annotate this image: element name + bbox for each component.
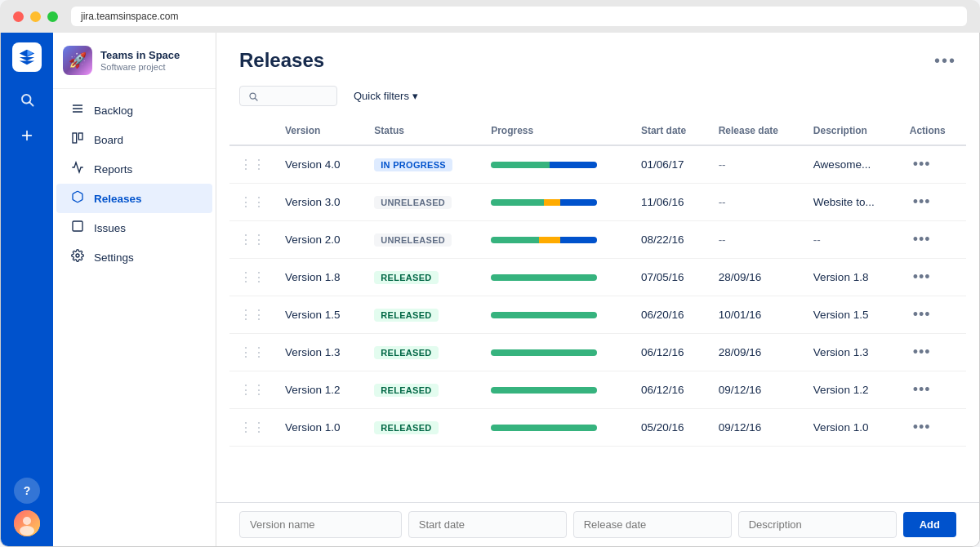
app-container: ? 🚀 Teams in Space Software project — [0, 33, 980, 547]
drag-handle[interactable]: ⋮⋮ — [229, 221, 275, 259]
project-info: Teams in Space Software project — [100, 49, 180, 73]
row-actions-button[interactable]: ••• — [910, 417, 934, 438]
sidebar-item-label-backlog: Backlog — [94, 105, 133, 117]
search-icon — [248, 91, 258, 102]
progress-blue — [560, 199, 598, 206]
progress-cell — [481, 409, 631, 447]
description: Version 1.2 — [804, 371, 900, 409]
description-input[interactable] — [738, 511, 897, 538]
help-button[interactable]: ? — [14, 478, 40, 504]
drag-handle[interactable]: ⋮⋮ — [229, 371, 275, 409]
add-button[interactable]: Add — [903, 512, 956, 537]
sidebar-item-settings[interactable]: Settings — [56, 242, 212, 272]
release-date: 28/09/16 — [709, 334, 804, 371]
sidebar-item-issues[interactable]: Issues — [56, 213, 212, 242]
release-date-input[interactable] — [573, 511, 732, 538]
row-actions-button[interactable]: ••• — [910, 154, 934, 175]
version-name-input[interactable] — [239, 511, 402, 538]
col-status: Status — [364, 117, 481, 145]
progress-green — [491, 199, 544, 206]
search-input[interactable] — [263, 90, 328, 102]
releases-icon — [69, 190, 86, 207]
actions-cell: ••• — [900, 409, 966, 447]
svg-rect-12 — [73, 221, 82, 231]
progress-cell — [481, 371, 631, 409]
start-date: 01/06/17 — [631, 145, 709, 184]
progress-blue — [550, 162, 598, 168]
more-options-button[interactable]: ••• — [934, 51, 956, 70]
browser-chrome: jira.teamsinspace.com — [0, 0, 980, 33]
main-content: Releases ••• Quick filters ▾ — [216, 33, 979, 546]
drag-handle[interactable]: ⋮⋮ — [229, 334, 275, 371]
row-actions-button[interactable]: ••• — [910, 380, 934, 400]
progress-cell — [481, 145, 631, 184]
table-row: ⋮⋮ Version 4.0 IN PROGRESS 01/06/17 -- A… — [229, 145, 966, 184]
description: Version 1.5 — [804, 296, 900, 334]
sidebar-item-backlog[interactable]: Backlog — [56, 96, 212, 125]
status-badge: RELEASED — [374, 346, 438, 359]
row-actions-button[interactable]: ••• — [910, 342, 934, 362]
release-date: 28/09/16 — [709, 259, 804, 296]
status-cell: RELEASED — [364, 259, 481, 296]
status-badge: UNRELEASED — [374, 233, 452, 247]
app-logo[interactable] — [12, 42, 42, 72]
drag-handle[interactable]: ⋮⋮ — [229, 409, 275, 447]
project-type: Software project — [100, 62, 180, 72]
progress-green — [491, 349, 597, 356]
settings-icon — [69, 249, 86, 265]
sidebar-item-releases[interactable]: Releases — [56, 184, 212, 213]
release-date: -- — [709, 221, 804, 259]
search-nav-icon[interactable] — [12, 85, 42, 114]
progress-cell — [481, 334, 631, 371]
progress-yellow — [539, 237, 560, 243]
status-cell: UNRELEASED — [364, 221, 481, 259]
version-name: Version 1.5 — [275, 296, 364, 334]
table-row: ⋮⋮ Version 1.8 RELEASED 07/05/16 28/09/1… — [229, 259, 966, 296]
row-actions-button[interactable]: ••• — [910, 305, 934, 325]
sidebar-item-board[interactable]: Board — [56, 125, 212, 154]
actions-cell: ••• — [900, 334, 966, 371]
release-date: -- — [709, 145, 804, 184]
progress-cell — [481, 259, 631, 296]
col-release-date: Release date — [709, 117, 804, 145]
row-actions-button[interactable]: ••• — [910, 229, 934, 250]
table-row: ⋮⋮ Version 2.0 UNRELEASED 08/22/16 -- --… — [229, 221, 966, 259]
table-header: Version Status Progress Start date Relea… — [229, 117, 966, 145]
col-start-date: Start date — [631, 117, 709, 145]
releases-table: Version Status Progress Start date Relea… — [216, 117, 979, 502]
table-body: ⋮⋮ Version 4.0 IN PROGRESS 01/06/17 -- A… — [229, 145, 966, 447]
user-avatar[interactable] — [14, 510, 40, 536]
minimize-traffic-light[interactable] — [30, 11, 41, 22]
drag-handle[interactable]: ⋮⋮ — [229, 184, 275, 221]
sidebar-item-label-reports: Reports — [94, 163, 132, 176]
versions-table: Version Status Progress Start date Relea… — [229, 117, 966, 447]
create-nav-icon[interactable] — [12, 121, 42, 150]
row-actions-button[interactable]: ••• — [910, 267, 934, 287]
board-icon — [69, 131, 86, 148]
svg-point-13 — [76, 254, 79, 257]
sidebar-item-label-releases: Releases — [94, 193, 142, 205]
drag-handle[interactable]: ⋮⋮ — [229, 259, 275, 296]
page-title: Releases — [239, 49, 324, 72]
table-row: ⋮⋮ Version 3.0 UNRELEASED 11/06/16 -- We… — [229, 184, 966, 221]
drag-handle[interactable]: ⋮⋮ — [229, 145, 275, 184]
sidebar-item-reports[interactable]: Reports — [56, 154, 212, 184]
version-name: Version 3.0 — [275, 184, 364, 221]
row-actions-button[interactable]: ••• — [910, 192, 934, 212]
start-date: 08/22/16 — [631, 221, 709, 259]
col-progress: Progress — [481, 117, 631, 145]
description: Website to... — [804, 184, 900, 221]
jira-logo-icon — [18, 48, 36, 66]
release-date: 10/01/16 — [709, 296, 804, 334]
start-date-input[interactable] — [408, 511, 567, 538]
svg-line-1 — [29, 102, 33, 105]
status-badge: UNRELEASED — [374, 196, 452, 209]
status-cell: IN PROGRESS — [364, 145, 481, 184]
status-badge: RELEASED — [374, 384, 438, 397]
close-traffic-light[interactable] — [13, 11, 24, 22]
svg-rect-10 — [73, 133, 77, 143]
status-badge: RELEASED — [374, 309, 438, 322]
drag-handle[interactable]: ⋮⋮ — [229, 296, 275, 334]
quick-filters-button[interactable]: Quick filters ▾ — [344, 85, 428, 107]
maximize-traffic-light[interactable] — [47, 11, 58, 22]
